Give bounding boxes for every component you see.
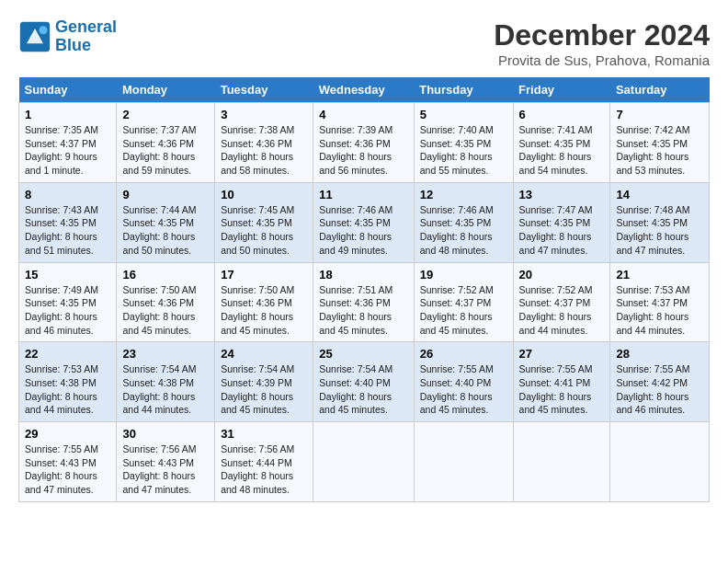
calendar-cell: 12Sunrise: 7:46 AMSunset: 4:35 PMDayligh… bbox=[414, 182, 513, 262]
day-number: 9 bbox=[122, 188, 209, 201]
calendar-cell: 28Sunrise: 7:55 AMSunset: 4:42 PMDayligh… bbox=[610, 342, 710, 422]
day-detail: Sunrise: 7:55 AMSunset: 4:43 PMDaylight:… bbox=[25, 443, 98, 495]
title-block: December 2024 Provita de Sus, Prahova, R… bbox=[494, 18, 710, 68]
calendar-cell: 30Sunrise: 7:56 AMSunset: 4:43 PMDayligh… bbox=[117, 422, 215, 502]
calendar-cell: 1Sunrise: 7:35 AMSunset: 4:37 PMDaylight… bbox=[19, 103, 117, 183]
day-number: 8 bbox=[25, 188, 110, 201]
day-detail: Sunrise: 7:38 AMSunset: 4:36 PMDaylight:… bbox=[221, 124, 294, 176]
day-number: 25 bbox=[319, 347, 407, 361]
col-header-wednesday: Wednesday bbox=[313, 77, 414, 103]
calendar-cell: 29Sunrise: 7:55 AMSunset: 4:43 PMDayligh… bbox=[19, 422, 117, 502]
calendar-cell: 22Sunrise: 7:53 AMSunset: 4:38 PMDayligh… bbox=[19, 342, 117, 422]
day-number: 23 bbox=[122, 347, 209, 361]
logo-line2: Blue bbox=[55, 36, 91, 54]
calendar-cell: 23Sunrise: 7:54 AMSunset: 4:38 PMDayligh… bbox=[117, 342, 215, 422]
day-number: 18 bbox=[319, 268, 407, 282]
day-detail: Sunrise: 7:35 AMSunset: 4:37 PMDaylight:… bbox=[25, 124, 98, 176]
day-detail: Sunrise: 7:47 AMSunset: 4:35 PMDaylight:… bbox=[519, 204, 593, 256]
calendar-cell: 27Sunrise: 7:55 AMSunset: 4:41 PMDayligh… bbox=[513, 342, 610, 422]
svg-point-2 bbox=[40, 26, 48, 34]
week-row-3: 15Sunrise: 7:49 AMSunset: 4:35 PMDayligh… bbox=[19, 262, 710, 342]
day-number: 1 bbox=[25, 108, 110, 121]
day-number: 17 bbox=[221, 268, 307, 282]
col-header-friday: Friday bbox=[513, 77, 610, 103]
calendar-cell: 24Sunrise: 7:54 AMSunset: 4:39 PMDayligh… bbox=[215, 342, 313, 422]
day-detail: Sunrise: 7:55 AMSunset: 4:40 PMDaylight:… bbox=[420, 363, 494, 415]
day-number: 2 bbox=[122, 108, 209, 121]
day-number: 6 bbox=[519, 108, 605, 121]
day-detail: Sunrise: 7:54 AMSunset: 4:38 PMDaylight:… bbox=[122, 363, 196, 415]
week-row-5: 29Sunrise: 7:55 AMSunset: 4:43 PMDayligh… bbox=[19, 422, 710, 502]
calendar-cell: 17Sunrise: 7:50 AMSunset: 4:36 PMDayligh… bbox=[215, 262, 313, 342]
day-number: 19 bbox=[420, 268, 507, 282]
calendar-cell: 21Sunrise: 7:53 AMSunset: 4:37 PMDayligh… bbox=[610, 262, 710, 342]
calendar-cell: 31Sunrise: 7:56 AMSunset: 4:44 PMDayligh… bbox=[215, 422, 313, 502]
calendar-cell: 3Sunrise: 7:38 AMSunset: 4:36 PMDaylight… bbox=[215, 103, 313, 183]
calendar-cell: 9Sunrise: 7:44 AMSunset: 4:35 PMDaylight… bbox=[117, 182, 215, 262]
week-row-1: 1Sunrise: 7:35 AMSunset: 4:37 PMDaylight… bbox=[19, 103, 710, 183]
day-detail: Sunrise: 7:51 AMSunset: 4:36 PMDaylight:… bbox=[319, 284, 392, 336]
calendar-cell: 26Sunrise: 7:55 AMSunset: 4:40 PMDayligh… bbox=[414, 342, 513, 422]
day-detail: Sunrise: 7:42 AMSunset: 4:35 PMDaylight:… bbox=[616, 124, 689, 176]
calendar-cell: 6Sunrise: 7:41 AMSunset: 4:35 PMDaylight… bbox=[513, 103, 610, 183]
calendar-cell: 15Sunrise: 7:49 AMSunset: 4:35 PMDayligh… bbox=[19, 262, 117, 342]
day-number: 10 bbox=[221, 188, 307, 201]
day-number: 22 bbox=[25, 347, 110, 361]
day-number: 7 bbox=[616, 108, 703, 121]
day-detail: Sunrise: 7:46 AMSunset: 4:35 PMDaylight:… bbox=[420, 204, 494, 256]
day-detail: Sunrise: 7:41 AMSunset: 4:35 PMDaylight:… bbox=[519, 124, 593, 176]
calendar-cell: 25Sunrise: 7:54 AMSunset: 4:40 PMDayligh… bbox=[313, 342, 414, 422]
logo-text: General Blue bbox=[55, 18, 117, 55]
week-row-2: 8Sunrise: 7:43 AMSunset: 4:35 PMDaylight… bbox=[19, 182, 710, 262]
day-number: 31 bbox=[221, 427, 307, 441]
logo-icon bbox=[18, 20, 51, 53]
day-number: 15 bbox=[25, 268, 110, 282]
calendar-cell: 11Sunrise: 7:46 AMSunset: 4:35 PMDayligh… bbox=[313, 182, 414, 262]
day-number: 4 bbox=[319, 108, 407, 121]
day-number: 24 bbox=[221, 347, 307, 361]
calendar-cell: 14Sunrise: 7:48 AMSunset: 4:35 PMDayligh… bbox=[610, 182, 710, 262]
day-number: 27 bbox=[519, 347, 605, 361]
day-detail: Sunrise: 7:45 AMSunset: 4:35 PMDaylight:… bbox=[221, 204, 294, 256]
logo: General Blue bbox=[18, 18, 117, 55]
day-number: 28 bbox=[616, 347, 703, 361]
day-detail: Sunrise: 7:52 AMSunset: 4:37 PMDaylight:… bbox=[420, 284, 494, 336]
day-detail: Sunrise: 7:40 AMSunset: 4:35 PMDaylight:… bbox=[420, 124, 494, 176]
day-number: 30 bbox=[122, 427, 209, 441]
week-row-4: 22Sunrise: 7:53 AMSunset: 4:38 PMDayligh… bbox=[19, 342, 710, 422]
day-number: 20 bbox=[519, 268, 605, 282]
calendar-cell: 2Sunrise: 7:37 AMSunset: 4:36 PMDaylight… bbox=[117, 103, 215, 183]
day-detail: Sunrise: 7:54 AMSunset: 4:39 PMDaylight:… bbox=[221, 363, 294, 415]
calendar-cell: 19Sunrise: 7:52 AMSunset: 4:37 PMDayligh… bbox=[414, 262, 513, 342]
calendar-cell bbox=[414, 422, 513, 502]
day-detail: Sunrise: 7:50 AMSunset: 4:36 PMDaylight:… bbox=[122, 284, 196, 336]
col-header-tuesday: Tuesday bbox=[215, 77, 313, 103]
calendar-cell: 5Sunrise: 7:40 AMSunset: 4:35 PMDaylight… bbox=[414, 103, 513, 183]
calendar-cell bbox=[313, 422, 414, 502]
calendar-table: SundayMondayTuesdayWednesdayThursdayFrid… bbox=[18, 77, 710, 502]
day-detail: Sunrise: 7:37 AMSunset: 4:36 PMDaylight:… bbox=[122, 124, 196, 176]
col-header-monday: Monday bbox=[117, 77, 215, 103]
day-detail: Sunrise: 7:54 AMSunset: 4:40 PMDaylight:… bbox=[319, 363, 392, 415]
day-detail: Sunrise: 7:56 AMSunset: 4:43 PMDaylight:… bbox=[122, 443, 196, 495]
day-detail: Sunrise: 7:53 AMSunset: 4:37 PMDaylight:… bbox=[616, 284, 689, 336]
day-detail: Sunrise: 7:43 AMSunset: 4:35 PMDaylight:… bbox=[25, 204, 98, 256]
day-number: 26 bbox=[420, 347, 507, 361]
calendar-cell bbox=[513, 422, 610, 502]
logo-line1: General bbox=[55, 17, 117, 36]
day-detail: Sunrise: 7:46 AMSunset: 4:35 PMDaylight:… bbox=[319, 204, 392, 256]
day-detail: Sunrise: 7:52 AMSunset: 4:37 PMDaylight:… bbox=[519, 284, 593, 336]
calendar-cell: 4Sunrise: 7:39 AMSunset: 4:36 PMDaylight… bbox=[313, 103, 414, 183]
calendar-cell: 18Sunrise: 7:51 AMSunset: 4:36 PMDayligh… bbox=[313, 262, 414, 342]
day-detail: Sunrise: 7:50 AMSunset: 4:36 PMDaylight:… bbox=[221, 284, 294, 336]
calendar-cell: 13Sunrise: 7:47 AMSunset: 4:35 PMDayligh… bbox=[513, 182, 610, 262]
col-header-sunday: Sunday bbox=[19, 77, 117, 103]
day-number: 21 bbox=[616, 268, 703, 282]
day-number: 11 bbox=[319, 188, 407, 201]
calendar-cell bbox=[610, 422, 710, 502]
day-number: 12 bbox=[420, 188, 507, 201]
page-header: General Blue December 2024 Provita de Su… bbox=[18, 18, 710, 68]
calendar-cell: 20Sunrise: 7:52 AMSunset: 4:37 PMDayligh… bbox=[513, 262, 610, 342]
day-detail: Sunrise: 7:49 AMSunset: 4:35 PMDaylight:… bbox=[25, 284, 98, 336]
day-number: 13 bbox=[519, 188, 605, 201]
